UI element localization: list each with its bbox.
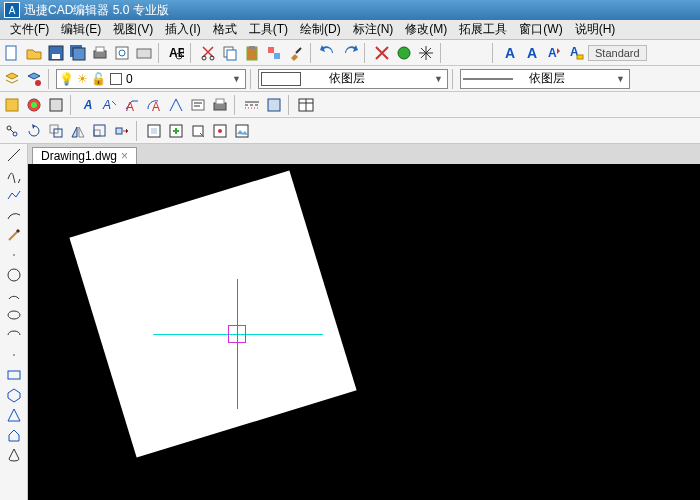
undo-button[interactable] <box>318 43 338 63</box>
cut-button[interactable] <box>198 43 218 63</box>
svg-rect-59 <box>236 125 248 137</box>
polygon-tool[interactable] <box>3 386 25 404</box>
text-a2-button[interactable]: A <box>522 43 542 63</box>
image-button[interactable] <box>232 121 252 141</box>
menu-ext[interactable]: 拓展工具 <box>453 21 513 38</box>
polyline-tool[interactable] <box>3 186 25 204</box>
menu-bar: 文件(F) 编辑(E) 视图(V) 插入(I) 格式 工具(T) 绘制(D) 标… <box>0 20 700 40</box>
svg-rect-52 <box>116 128 122 134</box>
layer-manager-button[interactable] <box>2 69 22 89</box>
circle-tool[interactable] <box>3 266 25 284</box>
title-bar: A 迅捷CAD编辑器 5.0 专业版 <box>0 0 700 20</box>
move-button[interactable] <box>2 121 22 141</box>
svg-line-60 <box>8 149 20 161</box>
render-button[interactable] <box>394 43 414 63</box>
leader-button[interactable]: A <box>122 95 142 115</box>
wblock-button[interactable] <box>188 121 208 141</box>
triangle-tool[interactable] <box>3 406 25 424</box>
save-button[interactable] <box>46 43 66 63</box>
stretch-button[interactable] <box>112 121 132 141</box>
dwgprops-button[interactable] <box>264 95 284 115</box>
menu-window[interactable]: 窗口(W) <box>513 21 568 38</box>
ellipse-tool[interactable] <box>3 306 25 324</box>
style-combo[interactable]: Standard <box>588 45 647 61</box>
svg-rect-15 <box>227 50 236 60</box>
redo-button[interactable] <box>340 43 360 63</box>
arc2-tool[interactable] <box>3 286 25 304</box>
matchprop-button[interactable] <box>264 43 284 63</box>
paste-button[interactable] <box>242 43 262 63</box>
menu-draw[interactable]: 绘制(D) <box>294 21 347 38</box>
saveall-button[interactable] <box>68 43 88 63</box>
insert-button[interactable] <box>166 121 186 141</box>
svg-text:A: A <box>548 46 557 60</box>
svg-text:A: A <box>126 100 134 113</box>
table-button[interactable] <box>296 95 316 115</box>
ltype-button[interactable] <box>242 95 262 115</box>
svg-rect-18 <box>268 47 274 53</box>
svg-rect-26 <box>6 99 18 111</box>
layer-state-button[interactable] <box>24 69 44 89</box>
region-button[interactable] <box>46 95 66 115</box>
line-tool[interactable] <box>3 146 25 164</box>
linetype-bylayer-combo[interactable]: 依图层 ▼ <box>460 69 630 89</box>
brush-button[interactable] <box>286 43 306 63</box>
dim-a-button[interactable]: A <box>78 95 98 115</box>
ellipse-arc-tool[interactable] <box>3 326 25 344</box>
cone-tool[interactable] <box>3 446 25 464</box>
gradient-button[interactable] <box>24 95 44 115</box>
copy-button[interactable] <box>220 43 240 63</box>
rotate-button[interactable] <box>24 121 44 141</box>
xref-button[interactable] <box>210 121 230 141</box>
drawing-canvas[interactable] <box>28 164 700 500</box>
menu-insert[interactable]: 插入(I) <box>159 21 206 38</box>
text-button[interactable] <box>188 95 208 115</box>
menu-dim[interactable]: 标注(N) <box>347 21 400 38</box>
home-tool[interactable] <box>3 426 25 444</box>
color-bylayer-combo[interactable]: 依图层 ▼ <box>258 69 448 89</box>
canvas-area: Drawing1.dwg × <box>28 144 700 500</box>
rectangle-tool[interactable] <box>3 366 25 384</box>
new-button[interactable] <box>2 43 22 63</box>
menu-tools[interactable]: 工具(T) <box>243 21 294 38</box>
find-button[interactable]: ABC <box>166 43 186 63</box>
bylayer-label: 依图层 <box>329 70 365 87</box>
separator-dot <box>3 246 25 264</box>
print-button[interactable] <box>90 43 110 63</box>
chevron-down-icon: ▼ <box>614 74 627 84</box>
toolbar-dim: A A A A <box>0 92 700 118</box>
menu-modify[interactable]: 修改(M) <box>399 21 453 38</box>
copy2-button[interactable] <box>46 121 66 141</box>
menu-help[interactable]: 说明(H) <box>569 21 622 38</box>
mirror-button[interactable] <box>68 121 88 141</box>
textstyle-button[interactable]: A <box>544 43 564 63</box>
scale-button[interactable] <box>90 121 110 141</box>
angle-dim-button[interactable] <box>166 95 186 115</box>
tab-close-icon[interactable]: × <box>121 149 128 163</box>
menu-format[interactable]: 格式 <box>207 21 243 38</box>
tab-drawing1[interactable]: Drawing1.dwg × <box>32 147 137 164</box>
menu-file[interactable]: 文件(F) <box>4 21 55 38</box>
svg-text:A: A <box>102 98 111 112</box>
dim-b-button[interactable]: A <box>100 95 120 115</box>
block-button[interactable] <box>144 121 164 141</box>
textruler-button[interactable]: A <box>566 43 586 63</box>
svg-rect-38 <box>216 99 224 104</box>
menu-edit[interactable]: 编辑(E) <box>55 21 107 38</box>
main-area: Drawing1.dwg × <box>0 144 700 500</box>
pan-button[interactable] <box>416 43 436 63</box>
preview-button[interactable] <box>112 43 132 63</box>
app-logo-icon: A <box>4 2 20 18</box>
arc-tool[interactable] <box>3 206 25 224</box>
hatch-button[interactable] <box>2 95 22 115</box>
menu-view[interactable]: 视图(V) <box>107 21 159 38</box>
freehand-tool[interactable] <box>3 226 25 244</box>
plot-button[interactable] <box>134 43 154 63</box>
arc-dim-button[interactable]: A <box>144 95 164 115</box>
text-a-button[interactable]: A <box>500 43 520 63</box>
layer-current-combo[interactable]: 💡 ☀ 🔓 0 ▼ <box>56 69 246 89</box>
spline-tool[interactable] <box>3 166 25 184</box>
print2-button[interactable] <box>210 95 230 115</box>
open-button[interactable] <box>24 43 44 63</box>
erase-button[interactable] <box>372 43 392 63</box>
